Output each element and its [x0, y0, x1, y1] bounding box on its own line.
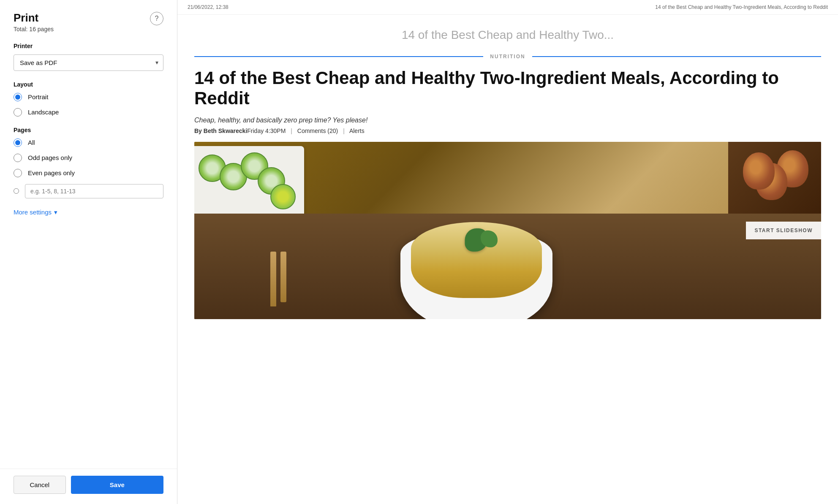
- pages-all-label: All: [28, 139, 35, 146]
- pages-all-item[interactable]: All: [14, 138, 163, 147]
- save-button[interactable]: Save: [71, 476, 163, 494]
- article-byline: By Beth SkwareckiFriday 4:30PM | Comment…: [194, 127, 821, 134]
- pages-even-radio[interactable]: [14, 169, 22, 177]
- article-truncated-header: 14 of the Best Cheap and Healthy Two...: [194, 28, 821, 42]
- printer-select[interactable]: Save as PDF Microsoft Print to PDF Other…: [14, 54, 163, 71]
- slideshow-label: START SLIDESHOW: [754, 228, 813, 233]
- preview-meta-bar: 21/06/2022, 12:38 14 of the Best Cheap a…: [177, 0, 838, 15]
- byline-sep-1: |: [291, 127, 292, 134]
- herb-leaf: [481, 230, 498, 247]
- layout-landscape-radio[interactable]: [14, 108, 22, 117]
- pages-odd-item[interactable]: Odd pages only: [14, 154, 163, 162]
- layout-landscape-item[interactable]: Landscape: [14, 108, 163, 117]
- pages-even-label: Even pages only: [28, 169, 75, 176]
- slideshow-button[interactable]: START SLIDESHOW: [746, 222, 821, 239]
- print-subtitle: Total: 16 pages: [14, 26, 54, 33]
- spoon: [280, 252, 286, 302]
- byline-author: By Beth Skwarecki: [194, 127, 247, 134]
- layout-radio-group: Portrait Landscape: [14, 93, 163, 117]
- pages-section-label: Pages: [14, 127, 163, 133]
- cancel-button[interactable]: Cancel: [14, 476, 66, 494]
- article-main-title: 14 of the Best Cheap and Healthy Two-Ing…: [194, 68, 821, 109]
- layout-portrait-label: Portrait: [28, 93, 48, 100]
- nutrition-divider: NUTRITION: [194, 54, 821, 60]
- pages-odd-radio[interactable]: [14, 154, 22, 162]
- print-header: Print Total: 16 pages ?: [14, 12, 163, 33]
- article-image: START SLIDESHOW: [194, 142, 821, 319]
- layout-portrait-item[interactable]: Portrait: [14, 93, 163, 101]
- byline-sep-2: |: [343, 127, 345, 134]
- layout-section-label: Layout: [14, 81, 163, 88]
- pages-all-radio[interactable]: [14, 138, 22, 147]
- byline-alerts[interactable]: Alerts: [349, 127, 365, 134]
- pages-odd-label: Odd pages only: [28, 154, 72, 161]
- layout-landscape-label: Landscape: [28, 108, 59, 116]
- more-settings-label: More settings: [14, 209, 52, 216]
- help-button[interactable]: ?: [150, 12, 163, 25]
- print-title: Print: [14, 12, 54, 24]
- preview-panel: 21/06/2022, 12:38 14 of the Best Cheap a…: [177, 0, 838, 504]
- preview-meta-date: 21/06/2022, 12:38: [188, 4, 229, 10]
- printer-section-label: Printer: [14, 43, 163, 49]
- more-settings-button[interactable]: More settings ▾: [14, 209, 57, 216]
- nutrition-line-right: [532, 56, 821, 57]
- lime-slice: [270, 184, 296, 209]
- byline-comments[interactable]: Comments (20): [297, 127, 338, 134]
- pages-radio-group: All Odd pages only Even pages only: [14, 138, 163, 198]
- pages-custom-wrapper: [14, 184, 163, 198]
- printer-dropdown-wrapper: Save as PDF Microsoft Print to PDF Other…: [14, 54, 163, 71]
- print-panel-footer: Cancel Save: [0, 469, 177, 504]
- print-panel-scroll: Print Total: 16 pages ? Printer Save as …: [0, 0, 177, 469]
- fork: [270, 252, 276, 306]
- print-title-group: Print Total: 16 pages: [14, 12, 54, 33]
- preview-content: 14 of the Best Cheap and Healthy Two... …: [177, 15, 838, 333]
- nutrition-line-left: [194, 56, 483, 57]
- layout-portrait-radio[interactable]: [14, 93, 22, 101]
- pages-custom-input[interactable]: [25, 184, 163, 198]
- nutrition-label: NUTRITION: [490, 54, 525, 60]
- food-image-background: START SLIDESHOW: [194, 142, 821, 319]
- eggs-area: [728, 142, 821, 218]
- pages-even-item[interactable]: Even pages only: [14, 169, 163, 177]
- egg-3: [743, 152, 775, 190]
- rice-bowl-container: [396, 201, 557, 319]
- article-subtitle: Cheap, healthy, and basically zero prep …: [194, 117, 821, 124]
- pages-custom-radio[interactable]: [14, 188, 19, 194]
- utensils-area: [270, 252, 286, 306]
- preview-meta-title: 14 of the Best Cheap and Healthy Two-Ing…: [655, 4, 828, 10]
- byline-date: Friday 4:30PM: [247, 127, 286, 134]
- chevron-down-icon-settings: ▾: [54, 209, 57, 216]
- print-panel: Print Total: 16 pages ? Printer Save as …: [0, 0, 177, 504]
